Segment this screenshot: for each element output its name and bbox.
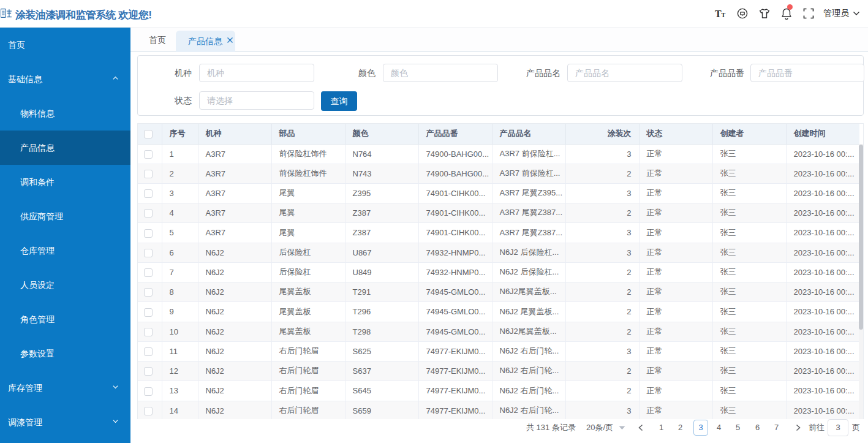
svg-text:T: T <box>715 9 722 19</box>
svg-text:T: T <box>722 12 726 18</box>
